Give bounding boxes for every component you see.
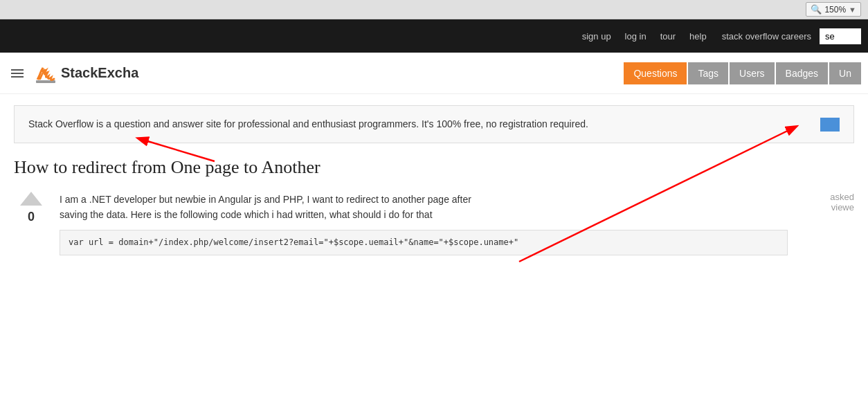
question-title[interactable]: How to redirect from One page to Another	[14, 157, 854, 178]
info-box-text: Stack Overflow is a question and answer …	[28, 117, 820, 132]
main-content: Stack Overflow is a question and answer …	[0, 94, 868, 266]
questions-button[interactable]: Questions	[624, 62, 687, 84]
question-meta: asked viewe	[799, 192, 854, 255]
zoom-level: 150%	[824, 5, 846, 15]
browser-bar: 🔍 150% ▼	[0, 0, 868, 19]
search-input[interactable]	[820, 28, 861, 44]
zoom-icon: 🔍	[811, 4, 822, 15]
question-body-line1: I am a .NET developer but newbie in Angu…	[60, 192, 788, 207]
careers-link[interactable]: stack overflow careers	[714, 31, 820, 42]
vote-up-button[interactable]	[20, 192, 42, 206]
badges-button[interactable]: Badges	[776, 62, 828, 84]
users-button[interactable]: Users	[730, 62, 775, 84]
signup-link[interactable]: sign up	[575, 31, 618, 42]
site-header: sign up log in tour help stack overflow …	[0, 19, 868, 53]
unanswered-button[interactable]: Un	[829, 62, 861, 84]
header-nav: sign up log in tour help stack overflow …	[575, 28, 861, 44]
info-box: Stack Overflow is a question and answer …	[14, 105, 854, 143]
hamburger-menu-icon[interactable]	[11, 69, 24, 78]
code-snippet: var url = domain+"/index.php/welcome/ins…	[60, 230, 788, 255]
question-text: I am a .NET developer but newbie in Angu…	[60, 192, 788, 255]
site-logo-icon[interactable]	[30, 58, 61, 89]
asked-label: asked	[799, 192, 854, 202]
viewed-label: viewe	[799, 202, 854, 212]
logo-bar: StackExcha Questions Tags Users Badges U…	[0, 53, 868, 94]
question-body-line2: saving the data. Here is the following c…	[60, 207, 788, 222]
vote-count: 0	[28, 210, 35, 224]
tags-button[interactable]: Tags	[688, 62, 728, 84]
nav-buttons-container: Questions Tags Users Badges Un	[624, 62, 868, 84]
login-link[interactable]: log in	[618, 31, 653, 42]
join-button[interactable]	[820, 118, 840, 132]
tour-link[interactable]: tour	[653, 31, 682, 42]
help-link[interactable]: help	[682, 31, 714, 42]
zoom-indicator[interactable]: 🔍 150% ▼	[806, 2, 861, 17]
zoom-dropdown-icon[interactable]: ▼	[849, 6, 856, 14]
question-body: 0 I am a .NET developer but newbie in An…	[14, 192, 854, 255]
site-name[interactable]: StackExcha	[61, 65, 138, 81]
vote-column: 0	[14, 192, 48, 255]
